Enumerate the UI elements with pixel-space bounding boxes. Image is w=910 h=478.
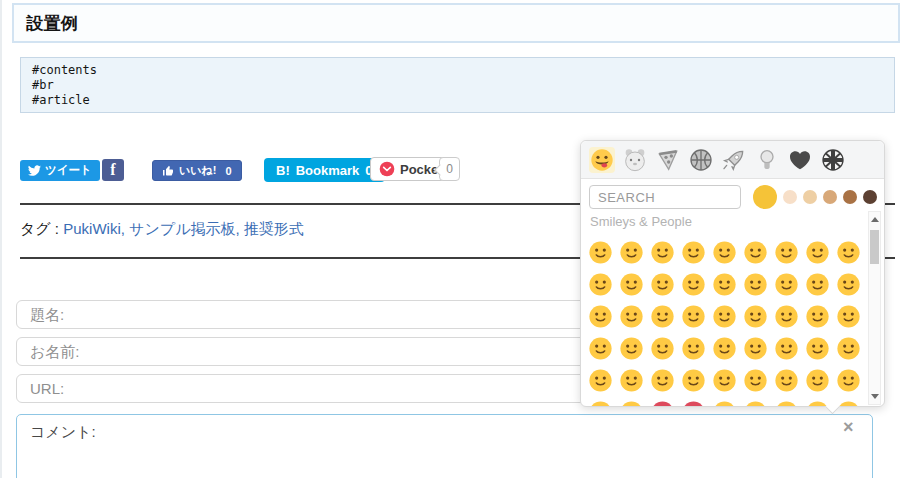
flag-icon[interactable] (820, 147, 846, 173)
close-icon[interactable]: × (843, 418, 854, 436)
hatena-bookmark-button[interactable]: B! Bookmark 0 (264, 158, 385, 182)
emoji-cell[interactable] (802, 236, 833, 268)
emoji-cell[interactable] (771, 332, 802, 364)
skin-tone-swatch[interactable] (823, 190, 837, 204)
emoji-cell[interactable] (802, 364, 833, 396)
emoji-cell[interactable] (585, 396, 616, 406)
emoji-cell[interactable] (616, 300, 647, 332)
pocket-count: 0 (446, 162, 453, 176)
heart-icon[interactable] (787, 147, 813, 173)
emoji-cell[interactable] (740, 268, 771, 300)
page: 設置例 #contents #br #article ツイート f いいね! 0… (0, 0, 910, 478)
emoji-cell[interactable] (585, 300, 616, 332)
emoji-cell[interactable] (802, 268, 833, 300)
emoji-cell[interactable] (771, 364, 802, 396)
emoji-cell[interactable] (678, 364, 709, 396)
emoji-cell[interactable] (740, 236, 771, 268)
tag-link[interactable]: 推奨形式 (244, 220, 304, 237)
skin-tone-swatch[interactable] (753, 185, 777, 209)
hatena-b-icon: B! (276, 163, 290, 178)
tag-link[interactable]: サンプル掲示板 (129, 220, 235, 237)
skin-tone-swatch[interactable] (803, 190, 817, 204)
scroll-up-icon[interactable] (869, 213, 880, 226)
tweet-button[interactable]: ツイート (20, 160, 100, 181)
facebook-icon[interactable]: f (102, 159, 124, 181)
emoji-section-title: Smileys & People (590, 214, 692, 229)
emoji-cell[interactable] (833, 396, 864, 406)
emoji-cell[interactable] (678, 332, 709, 364)
hamster-icon[interactable] (622, 147, 648, 173)
emoji-cell[interactable] (833, 332, 864, 364)
emoji-cell[interactable] (740, 364, 771, 396)
emoji-cell[interactable] (740, 300, 771, 332)
emoji-cell[interactable] (771, 268, 802, 300)
emoji-cell[interactable] (709, 268, 740, 300)
basketball-icon[interactable] (688, 147, 714, 173)
skin-tone-swatch[interactable] (863, 190, 877, 204)
emoji-scrollbar[interactable] (868, 211, 881, 405)
page-heading-box: 設置例 (12, 3, 900, 43)
skin-tone-swatch[interactable] (843, 190, 857, 204)
emoji-cell[interactable] (709, 332, 740, 364)
scrollbar-thumb[interactable] (870, 230, 879, 264)
emoji-cell[interactable] (647, 396, 678, 406)
emoji-cell[interactable] (647, 300, 678, 332)
smiley-icon[interactable] (589, 147, 615, 173)
emoji-cell[interactable] (678, 396, 709, 406)
emoji-picker-panel: Smileys & People (580, 140, 885, 407)
tweet-button-label: ツイート (45, 163, 92, 178)
emoji-cell[interactable] (616, 236, 647, 268)
tags-row: タグ : PukiWiki, サンプル掲示板, 推奨形式 (20, 220, 304, 239)
emoji-cell[interactable] (585, 364, 616, 396)
emoji-search-input[interactable] (589, 185, 741, 209)
facebook-f-label: f (110, 161, 115, 179)
rocket-icon[interactable] (721, 147, 747, 173)
tag-link[interactable]: PukiWiki (63, 220, 121, 237)
tag-separator: , (235, 220, 243, 237)
emoji-cell[interactable] (833, 364, 864, 396)
emoji-cell[interactable] (678, 300, 709, 332)
emoji-cell[interactable] (709, 396, 740, 406)
emoji-cell[interactable] (771, 236, 802, 268)
emoji-cell[interactable] (802, 300, 833, 332)
thumbs-up-icon (162, 165, 174, 177)
emoji-cell[interactable] (647, 364, 678, 396)
emoji-cell[interactable] (802, 396, 833, 406)
code-block: #contents #br #article (20, 57, 895, 113)
emoji-cell[interactable] (647, 268, 678, 300)
emoji-grid (585, 236, 866, 406)
emoji-cell[interactable] (678, 236, 709, 268)
emoji-cell[interactable] (833, 268, 864, 300)
emoji-cell[interactable] (709, 236, 740, 268)
emoji-cell[interactable] (585, 236, 616, 268)
emoji-cell[interactable] (740, 396, 771, 406)
emoji-cell[interactable] (802, 332, 833, 364)
emoji-cell[interactable] (709, 364, 740, 396)
emoji-cell[interactable] (647, 236, 678, 268)
comment-textarea[interactable] (16, 414, 873, 478)
emoji-cell[interactable] (616, 268, 647, 300)
emoji-cell[interactable] (616, 396, 647, 406)
skin-tone-swatch[interactable] (783, 190, 797, 204)
emoji-cell[interactable] (616, 364, 647, 396)
emoji-cell[interactable] (647, 332, 678, 364)
tag-separator: , (121, 220, 129, 237)
emoji-cell[interactable] (709, 300, 740, 332)
bulb-icon[interactable] (754, 147, 780, 173)
pizza-icon[interactable] (655, 147, 681, 173)
scroll-down-icon[interactable] (869, 390, 880, 403)
emoji-cell[interactable] (833, 300, 864, 332)
emoji-category-bar (581, 141, 884, 179)
emoji-cell[interactable] (678, 268, 709, 300)
code-line: #br (32, 78, 54, 92)
emoji-cell[interactable] (771, 300, 802, 332)
emoji-cell[interactable] (833, 236, 864, 268)
emoji-cell[interactable] (771, 396, 802, 406)
emoji-cell[interactable] (616, 332, 647, 364)
pocket-icon (379, 161, 395, 177)
emoji-cell[interactable] (585, 268, 616, 300)
facebook-like-button[interactable]: いいね! 0 (152, 160, 242, 181)
emoji-cell[interactable] (740, 332, 771, 364)
emoji-cell[interactable] (585, 332, 616, 364)
tags-label: タグ : (20, 220, 59, 237)
